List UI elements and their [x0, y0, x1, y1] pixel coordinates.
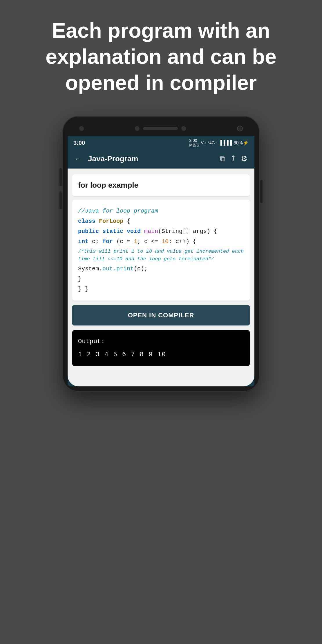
output-section: Output: 1 2 3 4 5 6 7 8 9 10 [72, 330, 250, 366]
output-label: Output: [78, 337, 244, 347]
volume-down-button [59, 191, 62, 209]
program-title: for loop example [78, 181, 138, 189]
code-line-1: class ForLoop { [78, 216, 244, 226]
app-content: for loop example //Java for loop program… [68, 169, 254, 386]
bottom-fade [72, 369, 250, 381]
code-line-6: } } [78, 284, 244, 294]
code-out-print: out.print [102, 265, 134, 272]
front-camera [237, 126, 243, 131]
output-values: 1 2 3 4 5 6 7 8 9 10 [78, 350, 244, 360]
code-class-keyword: class [78, 218, 99, 225]
network-speed: 2.00MB/S [189, 138, 199, 147]
code-comment-2: /*this will print 1 to 10 and value get … [78, 248, 244, 263]
status-bar: 3:00 2.00MB/S Vo ⁺4G⁺ ▐▐▐▐ 60%⚡ [68, 136, 254, 149]
code-line-4: System.out.print(c); [78, 264, 244, 274]
code-comment-1: //Java for loop program [78, 206, 244, 216]
toolbar-actions: ⧉ ⤴ ⚙ [220, 154, 247, 163]
code-public-keyword: public static void [78, 228, 144, 235]
app-screen: for loop example //Java for loop program… [68, 169, 254, 386]
code-number-2: 10 [162, 238, 169, 245]
code-int-keyword: int [78, 238, 88, 245]
camera-center-1 [135, 126, 140, 131]
code-line-2: public static void main(String[] args) { [78, 226, 244, 236]
phone-frame: 3:00 2.00MB/S Vo ⁺4G⁺ ▐▐▐▐ 60%⚡ ← Java-P… [62, 116, 260, 392]
share-button[interactable]: ⤴ [231, 154, 235, 163]
copy-button[interactable]: ⧉ [220, 154, 225, 163]
promo-header: Each program with an explanation and can… [0, 0, 322, 107]
status-time: 3:00 [73, 140, 85, 146]
app-toolbar: ← Java-Program ⧉ ⤴ ⚙ [68, 149, 254, 169]
power-button [260, 180, 263, 203]
battery: 60%⚡ [234, 140, 249, 146]
code-line-5: } [78, 274, 244, 284]
toolbar-left: ← Java-Program [75, 154, 138, 163]
phone-mockup: 3:00 2.00MB/S Vo ⁺4G⁺ ▐▐▐▐ 60%⚡ ← Java-P… [0, 116, 322, 392]
code-classname: ForLoop [99, 218, 123, 225]
code-number-1: 1 [134, 238, 137, 245]
promo-title: Each program with an explanation and can… [23, 17, 299, 96]
volume-up-button [59, 168, 62, 186]
open-compiler-button[interactable]: OPEN IN COMPILER [72, 305, 250, 325]
speaker-bar [143, 127, 178, 130]
program-title-card: for loop example [72, 174, 250, 196]
toolbar-title: Java-Program [88, 154, 138, 163]
signal-bars: ▐▐▐▐ [219, 140, 232, 145]
camera-left [79, 126, 84, 131]
phone-top-bar [68, 121, 254, 136]
phone-inner: 3:00 2.00MB/S Vo ⁺4G⁺ ▐▐▐▐ 60%⚡ ← Java-P… [68, 136, 254, 386]
status-right-info: 2.00MB/S Vo ⁺4G⁺ ▐▐▐▐ 60%⚡ [189, 138, 249, 147]
settings-button[interactable]: ⚙ [241, 154, 247, 163]
code-card: //Java for loop program class ForLoop { … [72, 200, 250, 301]
vo-indicator: Vo [201, 140, 206, 145]
camera-center-2 [181, 126, 186, 131]
code-line-3: int c; for (c = 1; c <= 10; c++) { [78, 236, 244, 247]
code-main-method: main [144, 228, 158, 235]
code-for-keyword: for [102, 238, 113, 245]
back-button[interactable]: ← [75, 154, 82, 163]
network-type: ⁺4G⁺ [207, 140, 217, 145]
